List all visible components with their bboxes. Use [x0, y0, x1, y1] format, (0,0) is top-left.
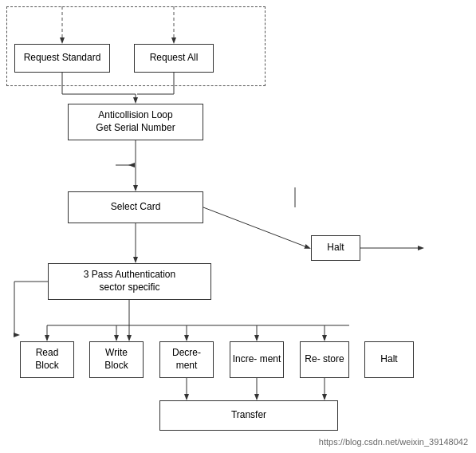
read-block-box: ReadBlock [20, 341, 74, 378]
anticollision-box: Anticollision LoopGet Serial Number [68, 104, 203, 140]
svg-line-10 [203, 207, 309, 248]
request-all-label: Request All [150, 52, 199, 65]
restore-box: Re- store [300, 341, 349, 378]
increment-box: Incre- ment [230, 341, 284, 378]
request-standard-box: Request Standard [14, 44, 110, 73]
decrement-label: Decre- ment [160, 347, 213, 372]
transfer-label: Transfer [231, 409, 266, 422]
halt1-label: Halt [327, 242, 344, 254]
anticollision-label: Anticollision LoopGet Serial Number [96, 109, 175, 134]
halt2-label: Halt [380, 353, 397, 366]
auth-label: 3 Pass Authenticationsector specific [84, 269, 175, 293]
request-standard-label: Request Standard [24, 52, 101, 65]
restore-label: Re- store [305, 353, 344, 366]
flow-diagram: Request Standard Request All Anticollisi… [0, 0, 476, 453]
decrement-box: Decre- ment [159, 341, 214, 378]
read-block-label: ReadBlock [35, 347, 58, 372]
request-all-box: Request All [134, 44, 214, 73]
write-block-label: WriteBlock [104, 347, 128, 372]
increment-label: Incre- ment [233, 353, 281, 366]
halt2-box: Halt [364, 341, 414, 378]
select-card-box: Select Card [68, 191, 203, 223]
select-card-label: Select Card [111, 201, 161, 214]
auth-box: 3 Pass Authenticationsector specific [48, 263, 211, 300]
halt1-box: Halt [311, 235, 360, 261]
write-block-box: WriteBlock [89, 341, 144, 378]
transfer-box: Transfer [159, 400, 338, 431]
watermark: https://blog.csdn.net/weixin_39148042 [319, 437, 468, 447]
